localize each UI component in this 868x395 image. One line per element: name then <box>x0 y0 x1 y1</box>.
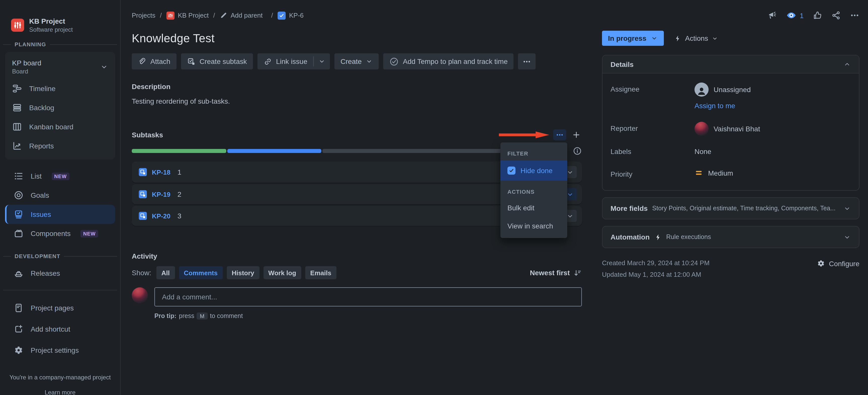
pro-tip: Pro tip: press M to comment <box>154 312 582 320</box>
lightning-icon <box>674 34 682 42</box>
watchers-button[interactable]: 1 <box>786 10 804 21</box>
sidebar-item-label: Components <box>31 230 71 238</box>
new-badge: NEW <box>81 230 98 237</box>
pencil-icon <box>219 11 227 19</box>
sidebar-item-timeline[interactable]: Timeline <box>5 79 115 98</box>
board-switcher-subtitle: Board <box>12 68 100 75</box>
progress-done-segment <box>132 149 226 153</box>
planning-section-label: PLANNING <box>11 41 50 47</box>
subtasks-options-menu: FILTER Hide done ACTIONS Bulk edit View … <box>500 143 567 238</box>
priority-medium-icon <box>694 169 703 177</box>
labels-field: Labels None <box>611 145 851 155</box>
sidebar-item-project-pages[interactable]: Project pages <box>5 297 115 318</box>
breadcrumb-add-parent[interactable]: Add parent <box>219 11 262 19</box>
sidebar-item-issues[interactable]: Issues <box>5 205 115 224</box>
managed-project-note: You're in a company-managed project <box>0 374 120 381</box>
components-icon <box>13 229 24 239</box>
status-dropdown-button[interactable]: In progress <box>602 31 664 46</box>
subtask-title[interactable]: 2 <box>178 190 182 198</box>
chevron-down-icon <box>843 205 851 212</box>
like-thumbs-up-icon[interactable] <box>813 10 822 20</box>
reporter-field: Reporter Vaishnavi Bhat <box>611 122 851 136</box>
sort-order-button[interactable]: Newest first <box>530 269 582 277</box>
filter-tab-comments[interactable]: Comments <box>179 266 222 279</box>
issue-title[interactable]: Knowledge Test <box>132 32 582 45</box>
filter-tab-work-log[interactable]: Work log <box>263 266 301 279</box>
breadcrumb-separator: / <box>160 11 162 19</box>
ship-icon <box>13 268 24 278</box>
menu-item-bulk-edit[interactable]: Bulk edit <box>500 199 567 217</box>
sidebar-item-label: Reports <box>29 142 54 150</box>
subtask-icon <box>187 57 195 66</box>
filter-tab-history[interactable]: History <box>226 266 259 279</box>
breadcrumb-project[interactable]: KB Project <box>166 11 209 19</box>
automation-panel[interactable]: Automation Rule executions <box>602 226 860 248</box>
toolbar-more-button[interactable] <box>518 53 536 69</box>
tempo-button[interactable]: Add Tempo to plan and track time <box>383 53 514 69</box>
sidebar-item-list[interactable]: List NEW <box>5 166 115 186</box>
create-button[interactable]: Create <box>334 53 379 69</box>
checkbox-checked-icon[interactable] <box>507 166 516 175</box>
development-section-divider: DEVELOPMENT <box>3 256 117 256</box>
more-actions-icon[interactable] <box>850 10 860 20</box>
assignee-field: Assignee Unassigned <box>611 83 851 97</box>
sidebar-item-releases[interactable]: Releases <box>5 264 115 283</box>
sidebar-item-project-settings[interactable]: Project settings <box>5 340 115 361</box>
current-user-avatar[interactable] <box>132 287 148 303</box>
attach-button[interactable]: Attach <box>132 53 176 69</box>
lightning-icon <box>654 233 662 241</box>
subtasks-more-button[interactable] <box>553 129 566 141</box>
breadcrumb-projects[interactable]: Projects <box>132 11 155 19</box>
link-issue-split-button: Link issue <box>257 53 330 69</box>
details-panel-header[interactable]: Details <box>602 55 859 73</box>
labels-value[interactable]: None <box>694 145 711 155</box>
link-issue-button[interactable]: Link issue <box>257 53 314 69</box>
assignee-value[interactable]: Unassigned <box>694 83 751 97</box>
add-subtask-button[interactable] <box>571 129 582 141</box>
project-type: Software project <box>29 26 73 33</box>
sidebar-item-kanban-board[interactable]: Kanban board <box>5 117 115 136</box>
filter-tab-all[interactable]: All <box>156 266 175 279</box>
board-switcher-title: KP board <box>12 59 100 67</box>
sidebar-item-label: List <box>31 172 42 180</box>
subtask-key-link[interactable]: KP-20 <box>152 212 170 220</box>
feedback-megaphone-icon[interactable] <box>768 10 777 20</box>
priority-value[interactable]: Medium <box>694 168 733 178</box>
description-text[interactable]: Testing reordering of sub-tasks. <box>132 97 582 105</box>
chevron-down-icon <box>712 35 718 41</box>
activity-section: Activity Show: All Comments History Work… <box>132 252 582 320</box>
menu-item-hide-done[interactable]: Hide done <box>500 160 567 181</box>
issue-side-panel: In progress Actions Details <box>602 28 860 320</box>
assign-to-me-link[interactable]: Assign to me <box>694 102 735 110</box>
create-subtask-button[interactable]: Create subtask <box>181 53 253 69</box>
link-issue-dropdown[interactable] <box>314 53 330 69</box>
sidebar-item-goals[interactable]: Goals <box>5 186 115 205</box>
learn-more-link[interactable]: Learn more <box>0 389 120 395</box>
link-icon <box>264 57 272 66</box>
planning-section-divider: PLANNING <box>3 44 117 45</box>
annotation-arrow <box>499 130 549 140</box>
reporter-value[interactable]: Vaishnavi Bhat <box>694 122 760 136</box>
actions-dropdown-button[interactable]: Actions <box>674 34 718 42</box>
info-icon[interactable] <box>573 146 582 155</box>
sidebar-item-add-shortcut[interactable]: Add shortcut <box>5 318 115 340</box>
board-switcher[interactable]: KP board Board <box>5 56 115 79</box>
subtask-title[interactable]: 1 <box>178 168 182 176</box>
share-icon[interactable] <box>831 10 841 20</box>
menu-item-view-in-search[interactable]: View in search <box>500 217 567 235</box>
subtask-key-link[interactable]: KP-18 <box>152 168 170 176</box>
breadcrumb-separator: / <box>213 11 215 19</box>
backlog-icon <box>12 103 22 113</box>
subtask-title[interactable]: 3 <box>178 212 182 220</box>
sidebar-item-components[interactable]: Components NEW <box>5 224 115 243</box>
development-section-label: DEVELOPMENT <box>11 253 64 259</box>
subtask-key-link[interactable]: KP-19 <box>152 190 170 198</box>
sidebar-item-reports[interactable]: Reports <box>5 136 115 155</box>
breadcrumb-issue-key[interactable]: KP-6 <box>278 11 304 19</box>
sidebar-item-label: Project pages <box>31 304 74 312</box>
sidebar-item-backlog[interactable]: Backlog <box>5 98 115 117</box>
filter-tab-emails[interactable]: Emails <box>305 266 336 279</box>
more-fields-panel[interactable]: More fields Story Points, Original estim… <box>602 197 860 219</box>
comment-input[interactable] <box>154 287 582 306</box>
configure-button[interactable]: Configure <box>817 259 860 268</box>
